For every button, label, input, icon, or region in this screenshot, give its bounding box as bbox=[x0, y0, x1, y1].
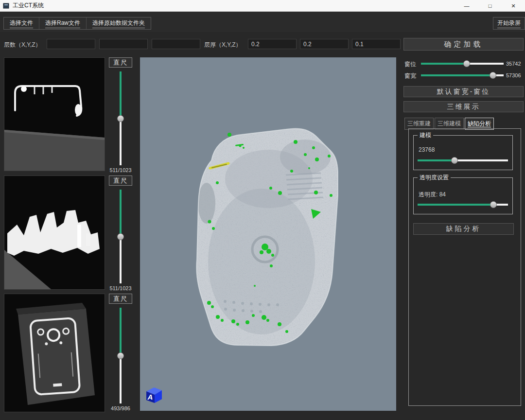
layers-z-input[interactable] bbox=[152, 39, 200, 49]
close-button[interactable]: ✕ bbox=[502, 0, 525, 12]
transparency-slider[interactable] bbox=[418, 201, 508, 208]
slider-handle[interactable] bbox=[117, 233, 124, 240]
modeling-value: 23768 bbox=[419, 146, 435, 153]
ct-slice-image-3 bbox=[4, 294, 105, 412]
slider-fill bbox=[120, 308, 122, 356]
slider-handle[interactable] bbox=[490, 72, 496, 79]
slider-handle[interactable] bbox=[117, 115, 124, 122]
slice1-slider-group: 直尺 511/1023 bbox=[107, 57, 134, 174]
modeling-slider[interactable] bbox=[418, 157, 508, 164]
window-level-slider[interactable] bbox=[421, 60, 504, 67]
layers-y-input[interactable] bbox=[99, 39, 148, 49]
object-texture bbox=[140, 57, 396, 411]
slider-handle[interactable] bbox=[117, 352, 124, 359]
thickness-y-input[interactable] bbox=[300, 39, 349, 49]
minimize-button[interactable]: — bbox=[455, 0, 478, 12]
confirm-load-button[interactable]: 确定加载 bbox=[403, 38, 524, 51]
layers-x-input[interactable] bbox=[47, 39, 95, 49]
logo-letter: A bbox=[147, 393, 153, 401]
ruler-button-1[interactable]: 直尺 bbox=[109, 57, 132, 68]
display-3d-button[interactable]: 三维展示 bbox=[403, 101, 524, 112]
window-width-label: 窗宽 bbox=[404, 72, 416, 80]
titlebar: 工业CT系统 — □ ✕ bbox=[0, 0, 525, 12]
file-button-group: 选择文件 选择Raw文件 选择原始数据文件夹 bbox=[3, 17, 151, 30]
transparency-group-title: 透明度设置 bbox=[418, 174, 451, 182]
slider-fill bbox=[421, 63, 467, 65]
slider-fill bbox=[418, 204, 493, 206]
3d-render bbox=[140, 57, 396, 411]
modeling-group: 建模 23768 bbox=[413, 135, 513, 170]
slice-view-xy[interactable] bbox=[4, 57, 105, 171]
transparency-value-label: 透明度: 84 bbox=[419, 191, 446, 199]
modeling-group-title: 建模 bbox=[418, 131, 433, 140]
app-icon bbox=[3, 2, 10, 9]
layers-label: 层数（X,Y,Z） bbox=[4, 41, 41, 49]
slice3-position-label: 493/986 bbox=[111, 405, 130, 412]
slider-fill bbox=[120, 71, 122, 119]
slider-fill bbox=[418, 159, 455, 161]
3d-viewport[interactable]: A bbox=[140, 57, 396, 411]
defect-analysis-button[interactable]: 缺陷分析 bbox=[413, 223, 514, 235]
window-title: 工业CT系统 bbox=[13, 1, 44, 10]
slice2-slider-group: 直尺 511/1023 bbox=[107, 175, 134, 292]
window-level-value: 35742 bbox=[506, 61, 521, 67]
slice1-slider[interactable] bbox=[107, 71, 134, 165]
window-width-slider[interactable] bbox=[421, 72, 504, 79]
slice-view-yz[interactable] bbox=[4, 294, 105, 412]
slice2-position-label: 511/1023 bbox=[109, 285, 131, 292]
slider-handle[interactable] bbox=[451, 157, 458, 164]
ruler-button-3[interactable]: 直尺 bbox=[109, 294, 132, 304]
select-raw-file-button[interactable]: 选择Raw文件 bbox=[39, 18, 87, 29]
slider-handle[interactable] bbox=[463, 60, 470, 67]
toolbar: 选择文件 选择Raw文件 选择原始数据文件夹 开始录屏 bbox=[0, 12, 525, 32]
thickness-label: 层厚（X,Y,Z） bbox=[204, 41, 241, 49]
maximize-button[interactable]: □ bbox=[478, 0, 502, 12]
slider-fill bbox=[421, 74, 493, 76]
slice-view-xz[interactable] bbox=[4, 175, 105, 290]
ruler-button-2[interactable]: 直尺 bbox=[109, 175, 132, 186]
start-record-button[interactable]: 开始录屏 bbox=[493, 17, 525, 30]
select-file-button[interactable]: 选择文件 bbox=[4, 18, 39, 29]
transparency-group: 透明度设置 透明度: 84 bbox=[413, 177, 513, 214]
ct-slice-image-1 bbox=[4, 58, 105, 171]
select-data-folder-button[interactable]: 选择原始数据文件夹 bbox=[87, 18, 151, 29]
slice1-position-label: 511/1023 bbox=[109, 167, 131, 174]
slice3-slider[interactable] bbox=[107, 308, 134, 403]
default-window-button[interactable]: 默认窗宽-窗位 bbox=[403, 86, 524, 97]
slice3-slider-group: 直尺 493/986 bbox=[107, 294, 134, 412]
ct-slice-image-2 bbox=[4, 176, 105, 289]
thickness-z-input[interactable] bbox=[352, 39, 401, 49]
slider-fill bbox=[120, 190, 122, 237]
slice2-slider[interactable] bbox=[107, 190, 134, 283]
window-width-value: 57306 bbox=[506, 72, 521, 78]
window-level-label: 窗位 bbox=[404, 60, 416, 69]
vendor-logo: A bbox=[144, 385, 163, 404]
thickness-x-input[interactable] bbox=[248, 39, 297, 49]
slider-handle[interactable] bbox=[490, 201, 497, 208]
